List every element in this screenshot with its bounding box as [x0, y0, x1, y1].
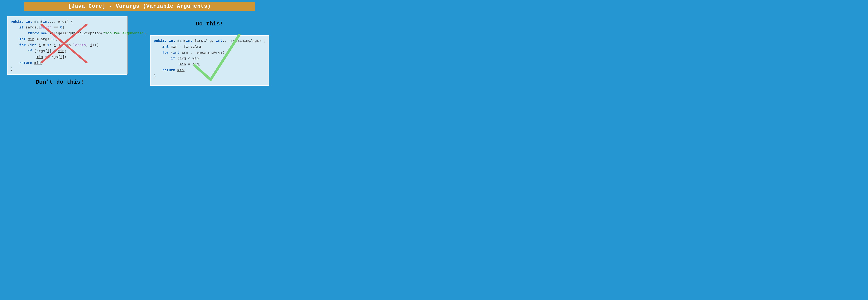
caption-do: Do this! — [196, 21, 223, 27]
code-line: } — [11, 66, 124, 72]
caption-dont: Don't do this! — [36, 79, 84, 85]
code-line: public int min(int... args) { — [11, 19, 124, 25]
code-line: min = arg; — [154, 61, 265, 67]
code-line: if (arg < min) — [154, 56, 265, 61]
code-line: return min; — [154, 67, 265, 73]
title-bar: [Java Core] - Varargs (Variable Argument… — [24, 2, 255, 11]
code-line: for (int i = 1; i < args.length; i++) — [11, 42, 124, 48]
code-line: public int min(int firstArg, int... rema… — [154, 38, 265, 44]
code-line: } — [154, 73, 265, 79]
code-line: int min = args[0]; — [11, 36, 124, 42]
code-line: min = args[i]; — [11, 54, 124, 60]
code-line: for (int arg : remainingArgs) — [154, 50, 265, 56]
code-panel-dont: public int min(int... args) { if (args.l… — [7, 16, 127, 75]
code-line: return min; — [11, 60, 124, 66]
code-line: throw new IllegalArgumentException("Too … — [11, 30, 124, 36]
title-text: [Java Core] - Varargs (Variable Argument… — [68, 3, 211, 9]
code-line: if (args[i] < min) — [11, 48, 124, 54]
code-line: int min = firstArg; — [154, 44, 265, 50]
code-panel-do: public int min(int firstArg, int... rema… — [150, 35, 269, 86]
code-line: if (args.length == 0) — [11, 25, 124, 30]
